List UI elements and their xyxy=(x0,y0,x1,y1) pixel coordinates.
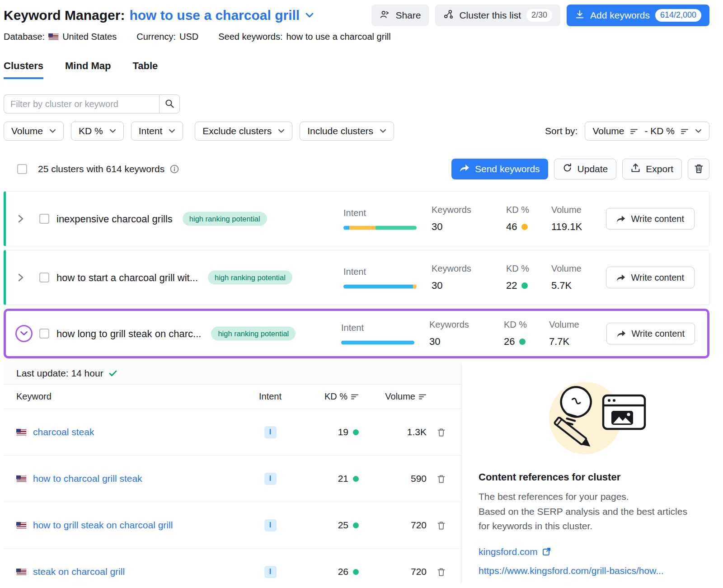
references-description-line1: The best references for your pages. xyxy=(479,489,691,504)
delete-keyword-button[interactable] xyxy=(427,567,455,577)
kd-column-label: KD % xyxy=(504,320,527,330)
intent-column: Intent xyxy=(343,208,417,230)
intent-column: Intent xyxy=(343,267,417,289)
cluster-this-list-button[interactable]: Cluster this list 2/30 xyxy=(435,5,560,26)
collapse-chevron-icon[interactable] xyxy=(15,325,33,342)
kd-header[interactable]: KD % xyxy=(291,391,359,402)
expand-chevron-icon[interactable] xyxy=(18,214,24,223)
kd-dot xyxy=(353,476,359,482)
intent-header: Intent xyxy=(249,391,291,402)
cluster-checkbox[interactable] xyxy=(39,273,49,282)
keyword-link[interactable]: steak on charcoal grill xyxy=(33,566,125,577)
cluster-row: inexpensive charcoal grills high ranking… xyxy=(4,191,709,246)
us-flag-icon xyxy=(48,33,59,40)
keywords-column-label: Keywords xyxy=(429,320,469,330)
cluster-name[interactable]: how to start a charcoal grill wit... xyxy=(56,272,198,283)
sort-by-dropdown[interactable]: Volume - KD % xyxy=(585,122,709,141)
sort-secondary-label: - KD % xyxy=(644,126,675,136)
list-name-dropdown[interactable]: how to use a charcoal grill xyxy=(129,8,300,23)
exclude-clusters-dropdown[interactable]: Exclude clusters xyxy=(195,122,292,141)
intent-filter-dropdown[interactable]: Intent xyxy=(131,122,183,141)
add-keywords-button[interactable]: Add keywords 614/2,000 xyxy=(567,5,709,26)
kd-value: 22 xyxy=(506,280,517,292)
chevron-down-icon xyxy=(278,129,285,133)
intent-bar xyxy=(343,285,417,289)
volume-value: 720 xyxy=(411,520,427,531)
volume-value: 119.1K xyxy=(551,221,582,233)
us-flag-icon xyxy=(16,522,27,529)
view-tabs: Clusters Mind Map Table xyxy=(4,60,709,79)
chevron-down-icon xyxy=(380,129,386,133)
us-flag-icon xyxy=(16,569,27,575)
kd-column-label: KD % xyxy=(506,263,529,274)
volume-filter-dropdown[interactable]: Volume xyxy=(4,122,64,141)
volume-filter-label: Volume xyxy=(11,126,43,136)
volume-column-label: Volume xyxy=(551,263,582,274)
trash-icon xyxy=(437,428,446,437)
sort-by-group: Sort by: Volume - KD % xyxy=(545,122,709,141)
content-references-panel: Content references for cluster The best … xyxy=(461,362,709,584)
cluster-details: Last update: 14 hour Keyword Intent KD %… xyxy=(4,362,709,584)
write-content-label: Write content xyxy=(631,273,684,283)
tab-clusters[interactable]: Clusters xyxy=(4,60,43,79)
info-icon[interactable] xyxy=(170,165,179,174)
share-button[interactable]: Share xyxy=(371,5,429,26)
forward-arrow-icon xyxy=(460,164,469,174)
add-keywords-label: Add keywords xyxy=(590,10,650,21)
clusters-summary-text: 25 clusters with 614 keywords xyxy=(38,164,164,174)
kd-filter-dropdown[interactable]: KD % xyxy=(71,122,124,141)
intent-column-label: Intent xyxy=(341,323,414,333)
cluster-checkbox[interactable] xyxy=(39,214,49,224)
write-content-button[interactable]: Write content xyxy=(606,267,695,288)
chevron-down-icon xyxy=(695,129,702,133)
chevron-down-icon[interactable] xyxy=(305,12,314,19)
update-button[interactable]: Update xyxy=(554,159,617,179)
keyword-link[interactable]: how to charcoal grill steak xyxy=(33,473,142,484)
delete-list-button[interactable] xyxy=(688,159,709,179)
reference-url-link[interactable]: https://www.kingsford.com/grill-basics/h… xyxy=(479,565,691,576)
kd-dot xyxy=(521,282,528,289)
search-button[interactable] xyxy=(159,94,180,113)
cluster-filter-input[interactable] xyxy=(4,94,159,113)
cluster-row-expanded: how long to grill steak on charc... high… xyxy=(6,311,707,356)
cluster-name[interactable]: how long to grill steak on charc... xyxy=(56,328,201,339)
delete-keyword-button[interactable] xyxy=(427,428,455,437)
seed-keywords-meta: Seed keywords: how to use a charcoal gri… xyxy=(218,32,391,42)
lightbulb-pencil-illustration xyxy=(479,373,691,459)
write-content-button[interactable]: Write content xyxy=(606,323,695,344)
keywords-column: Keywords 30 xyxy=(429,320,469,348)
intent-column-label: Intent xyxy=(343,267,417,277)
kd-value: 26 xyxy=(338,566,348,577)
delete-keyword-button[interactable] xyxy=(427,521,455,530)
keywords-count: 30 xyxy=(429,336,469,348)
database-value: United States xyxy=(62,32,117,42)
bulk-action-bar: 25 clusters with 614 keywords Send keywo… xyxy=(4,159,709,179)
forward-arrow-icon xyxy=(617,330,626,338)
kd-dot xyxy=(353,569,359,575)
delete-keyword-button[interactable] xyxy=(427,474,455,484)
currency-meta: Currency: USD xyxy=(136,32,198,42)
keyword-link[interactable]: how to grill steak on charcoal grill xyxy=(33,520,173,531)
export-button[interactable]: Export xyxy=(622,159,682,179)
cluster-name[interactable]: inexpensive charcoal grills xyxy=(56,213,173,225)
kd-dot xyxy=(353,522,359,528)
volume-header[interactable]: Volume xyxy=(359,391,427,402)
export-label: Export xyxy=(646,164,673,174)
check-icon xyxy=(109,370,117,376)
tab-table[interactable]: Table xyxy=(132,60,158,79)
tab-mind-map[interactable]: Mind Map xyxy=(65,60,111,79)
reference-domain-link[interactable]: kingsford.com xyxy=(479,546,551,557)
include-clusters-dropdown[interactable]: Include clusters xyxy=(300,122,394,141)
select-all-checkbox[interactable] xyxy=(17,164,27,174)
cluster-checkbox[interactable] xyxy=(39,329,49,339)
write-content-button[interactable]: Write content xyxy=(606,208,695,230)
send-keywords-button[interactable]: Send keywords xyxy=(451,159,548,179)
keyword-header: Keyword xyxy=(16,391,249,402)
keyword-link[interactable]: charcoal steak xyxy=(33,427,94,437)
kd-dot xyxy=(519,339,526,345)
forward-arrow-icon xyxy=(616,215,625,223)
us-flag-icon xyxy=(16,475,27,482)
sort-icon xyxy=(351,394,359,400)
expand-chevron-icon[interactable] xyxy=(18,273,24,282)
kd-filter-label: KD % xyxy=(79,126,103,136)
